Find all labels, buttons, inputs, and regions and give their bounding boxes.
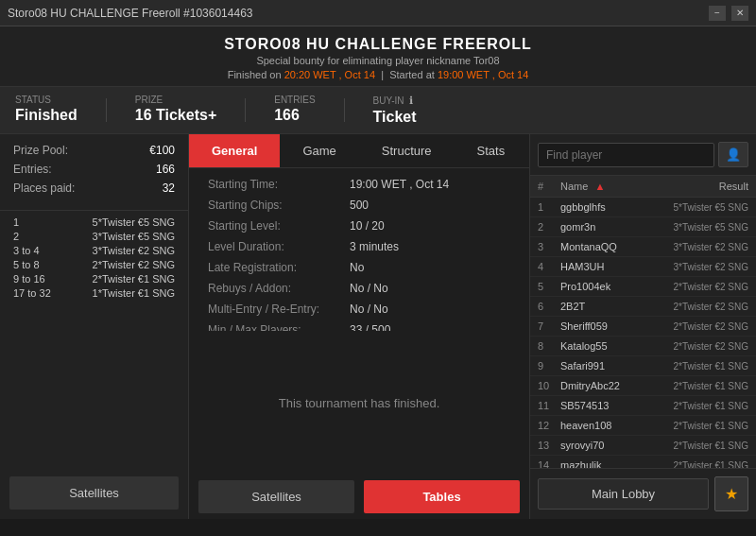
satellites-button[interactable]: Satellites [9,476,179,510]
player-rank: 3 [538,241,560,252]
tab-structure[interactable]: Structure [359,134,455,167]
player-result: 3*Twister €5 SNG [654,222,748,233]
player-row[interactable]: 14mazhulik2*Twister €1 SNG [530,456,756,468]
main-area: Prize Pool: €100 Entries: 166 Places pai… [0,134,756,519]
player-row[interactable]: 5Pro1004ek2*Twister €2 SNG [530,277,756,297]
right-panel: 👤 # Name ▲ Result 1ggbbglhfs5*Twister €5… [529,134,756,519]
satellites-bottom-button[interactable]: Satellites [198,480,354,513]
player-table-header: # Name ▲ Result [530,176,756,198]
player-result: 3*Twister €2 SNG [654,262,748,272]
player-rank: 10 [538,380,560,391]
prize-pool-value: €100 [149,144,175,157]
player-rank: 9 [538,360,560,372]
rank-header: # [538,181,560,192]
entries-info-value: 166 [156,163,175,176]
prize-value: 16 Tickets+ [135,107,216,124]
place-row: 3 to 43*Twister €2 SNG [13,245,175,256]
info-row: Starting Time:19:00 WET , Oct 14 [208,178,510,191]
search-bar: 👤 [530,134,756,176]
search-input[interactable] [538,143,714,167]
player-row[interactable]: 12heaven1082*Twister €1 SNG [530,416,756,436]
player-rank: 5 [538,281,560,292]
info-row: Starting Level:10 / 20 [208,219,510,233]
player-rank: 1 [538,201,560,213]
tab-bar: GeneralGameStructureStats [189,134,529,168]
tables-button[interactable]: Tables [364,480,520,513]
places-paid-label: Places paid: [13,182,75,195]
player-row[interactable]: 2gomr3n3*Twister €5 SNG [530,217,756,237]
place-row: 23*Twister €5 SNG [13,231,175,242]
player-name: Sheriff059 [560,320,654,332]
player-row[interactable]: 9Safari9912*Twister €1 SNG [530,356,756,376]
player-result: 2*Twister €1 SNG [654,460,748,469]
player-result: 2*Twister €2 SNG [654,282,748,292]
prize-val: 3*Twister €2 SNG [93,245,175,256]
player-row[interactable]: 13syrovyi702*Twister €1 SNG [530,436,756,456]
finished-message: This tournament has finished. [189,331,529,475]
player-row[interactable]: 7Sheriff0592*Twister €2 SNG [530,317,756,337]
result-header: Result [654,181,748,192]
player-name: 2B2T [560,301,654,312]
info-value: No / No [350,303,388,316]
info-row: Min / Max Players:33 / 500 [208,323,510,331]
info-value: 500 [350,199,369,212]
place-label: 9 to 16 [13,273,51,285]
left-panel: Prize Pool: €100 Entries: 166 Places pai… [0,134,189,519]
player-name: syrovyi70 [560,440,654,451]
player-row[interactable]: 3MontanaQQ3*Twister €2 SNG [530,237,756,257]
player-result: 2*Twister €2 SNG [654,302,748,312]
info-row: Late Registration:No [208,261,510,274]
player-rank: 12 [538,420,560,431]
tab-game[interactable]: Game [280,134,358,167]
player-row[interactable]: 4HAM3UH3*Twister €2 SNG [530,257,756,277]
stat-status: Status Finished [15,95,77,126]
prize-pool-label: Prize Pool: [13,144,68,157]
info-row: Level Duration:3 minutes [208,240,510,253]
main-lobby-bar: Main Lobby ★ [530,468,756,519]
prize-places: 15*Twister €5 SNG23*Twister €5 SNG3 to 4… [0,211,188,307]
player-result: 3*Twister €2 SNG [654,242,748,252]
finished-label: Finished on [228,69,282,80]
entries-info-label: Entries: [13,163,52,176]
player-rank: 7 [538,320,560,332]
player-row[interactable]: 10DmitryAbc222*Twister €1 SNG [530,376,756,396]
prize-val: 2*Twister €1 SNG [93,273,175,285]
player-row[interactable]: 11SB5745132*Twister €1 SNG [530,396,756,416]
info-row: Multi-Entry / Re-Entry:No / No [208,303,510,316]
place-row: 5 to 82*Twister €2 SNG [13,259,175,270]
star-button[interactable]: ★ [714,476,748,511]
info-label: Min / Max Players: [208,323,350,331]
tab-general[interactable]: General [189,134,280,167]
search-icon-button[interactable]: 👤 [718,142,748,167]
entries-value: 166 [274,107,315,124]
info-value: No [350,261,364,274]
info-label: Starting Level: [208,219,350,233]
started-label: Started at [389,69,435,80]
player-row[interactable]: 62B2T2*Twister €2 SNG [530,297,756,317]
player-result: 2*Twister €1 SNG [654,401,748,411]
place-label: 2 [13,231,51,242]
player-rank: 11 [538,400,560,411]
player-rank: 6 [538,301,560,312]
info-label: Rebuys / Addon: [208,282,350,295]
bottom-buttons: Satellites Tables [189,475,529,519]
player-row[interactable]: 8Katalog552*Twister €2 SNG [530,337,756,356]
player-name: SB574513 [560,400,654,411]
player-result: 2*Twister €1 SNG [654,381,748,391]
window-controls: − ✕ [709,6,748,21]
info-value: 33 / 500 [350,323,390,331]
tab-stats[interactable]: Stats [455,134,528,167]
player-table: # Name ▲ Result 1ggbbglhfs5*Twister €5 S… [530,176,756,468]
player-result: 2*Twister €2 SNG [654,341,748,352]
close-button[interactable]: ✕ [731,6,748,21]
prize-val: 3*Twister €5 SNG [93,231,175,242]
stat-entries: Entries 166 [274,95,315,126]
info-value: 19:00 WET , Oct 14 [350,178,449,191]
buyin-label: Buy-in ℹ [373,95,417,107]
player-row[interactable]: 1ggbbglhfs5*Twister €5 SNG [530,198,756,217]
info-label: Starting Time: [208,178,350,191]
player-result: 2*Twister €1 SNG [654,421,748,431]
places-paid-row: Places paid: 32 [13,182,175,195]
main-lobby-button[interactable]: Main Lobby [538,478,709,510]
minimize-button[interactable]: − [709,6,726,21]
